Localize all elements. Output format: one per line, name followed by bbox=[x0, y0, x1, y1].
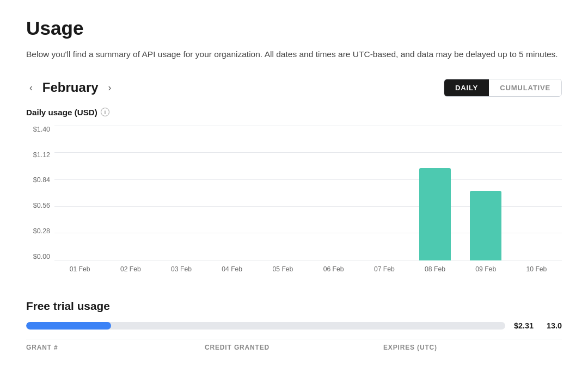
free-trial-title: Free trial usage bbox=[26, 300, 562, 313]
chart-title-row: Daily usage (USD) i bbox=[26, 108, 562, 117]
y-axis-label: $0.00 bbox=[26, 253, 54, 260]
bar-column bbox=[359, 126, 409, 260]
x-axis-label: 05 Feb bbox=[258, 265, 308, 273]
x-axis-label: 03 Feb bbox=[156, 265, 206, 273]
bar-column bbox=[54, 126, 105, 260]
bar-column bbox=[105, 126, 156, 260]
daily-toggle-button[interactable]: DAILY bbox=[444, 79, 489, 96]
bars-row bbox=[54, 126, 562, 260]
y-axis-label: $0.56 bbox=[26, 202, 54, 209]
chart-section: Daily usage (USD) i $1.40$1.12$0.84$0.56… bbox=[26, 108, 562, 278]
bar bbox=[470, 191, 501, 260]
y-axis-label: $1.12 bbox=[26, 151, 54, 159]
chart-inner: $1.40$1.12$0.84$0.56$0.28$0.00 01 Feb02 … bbox=[26, 126, 562, 278]
bar-column bbox=[461, 126, 511, 260]
table-header: GRANT # bbox=[26, 344, 205, 351]
x-axis-label: 08 Feb bbox=[409, 265, 460, 273]
chart-area: $1.40$1.12$0.84$0.56$0.28$0.00 01 Feb02 … bbox=[26, 126, 562, 278]
bar-column bbox=[409, 126, 460, 260]
page-description: Below you'll find a summary of API usage… bbox=[26, 48, 562, 61]
month-navigation: ‹ February › bbox=[26, 80, 114, 96]
y-axis-label: $0.28 bbox=[26, 227, 54, 235]
chart-body: 01 Feb02 Feb03 Feb04 Feb05 Feb06 Feb07 F… bbox=[54, 126, 562, 278]
total-amount: 13.0 bbox=[547, 321, 562, 330]
x-axis-label: 04 Feb bbox=[207, 265, 258, 273]
progress-labels: $2.31 13.0 bbox=[514, 321, 562, 330]
view-toggle-group: DAILY CUMULATIVE bbox=[444, 79, 562, 97]
x-axis-label: 01 Feb bbox=[54, 265, 105, 273]
bar bbox=[419, 168, 451, 260]
x-axis-label: 10 Feb bbox=[511, 265, 562, 273]
chart-title-text: Daily usage (USD) bbox=[26, 108, 97, 117]
bar-column bbox=[207, 126, 258, 260]
x-axis-label: 02 Feb bbox=[105, 265, 156, 273]
page-title: Usage bbox=[26, 17, 562, 39]
table-header: CREDIT GRANTED bbox=[205, 344, 383, 351]
x-axis-label: 09 Feb bbox=[461, 265, 511, 273]
table-header: EXPIRES (UTC) bbox=[383, 344, 562, 351]
cumulative-toggle-button[interactable]: CUMULATIVE bbox=[489, 79, 561, 96]
free-trial-section: Free trial usage $2.31 13.0 GRANT #CREDI… bbox=[26, 300, 562, 356]
x-axis-label: 06 Feb bbox=[308, 265, 359, 273]
table-headers: GRANT #CREDIT GRANTEDEXPIRES (UTC) bbox=[26, 339, 562, 356]
chart-info-icon[interactable]: i bbox=[101, 108, 109, 116]
current-month-label: February bbox=[42, 80, 99, 95]
y-axis: $1.40$1.12$0.84$0.56$0.28$0.00 bbox=[26, 126, 54, 278]
prev-month-button[interactable]: ‹ bbox=[26, 80, 36, 96]
bar-column bbox=[258, 126, 308, 260]
progress-row: $2.31 13.0 bbox=[26, 321, 562, 330]
y-axis-label: $1.40 bbox=[26, 126, 54, 133]
progress-bar-container bbox=[26, 322, 505, 330]
x-axis-label: 07 Feb bbox=[359, 265, 409, 273]
x-labels: 01 Feb02 Feb03 Feb04 Feb05 Feb06 Feb07 F… bbox=[54, 260, 562, 278]
progress-bar-fill bbox=[26, 322, 111, 330]
next-month-button[interactable]: › bbox=[105, 80, 115, 96]
y-axis-label: $0.84 bbox=[26, 176, 54, 184]
used-amount: $2.31 bbox=[514, 321, 534, 330]
bar-column bbox=[511, 126, 562, 260]
chart-header: ‹ February › DAILY CUMULATIVE bbox=[26, 79, 562, 97]
bar-column bbox=[308, 126, 359, 260]
bar-column bbox=[156, 126, 206, 260]
